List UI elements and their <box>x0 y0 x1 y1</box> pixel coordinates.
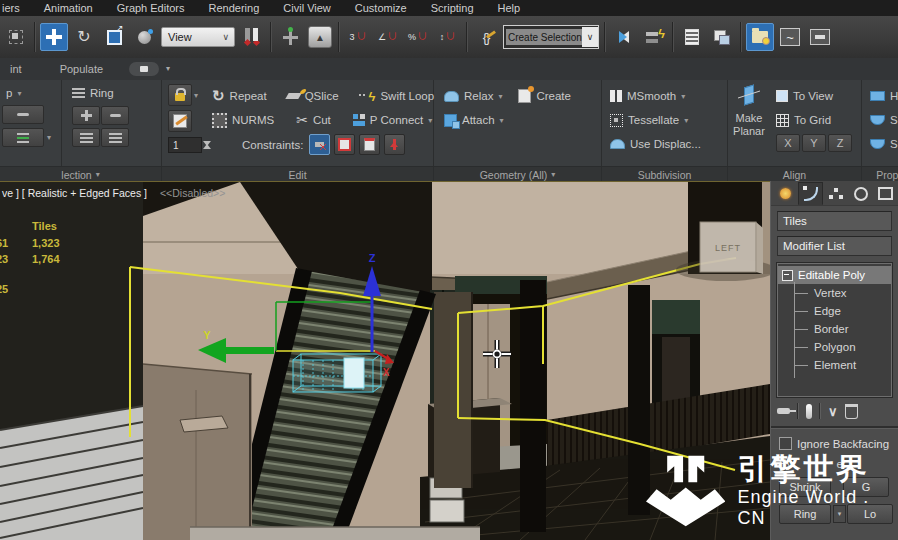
stack-item-vertex[interactable]: Vertex <box>790 284 891 302</box>
msmooth-button[interactable]: MSmooth <box>610 84 727 108</box>
align-to-view-button[interactable]: To View <box>776 84 861 108</box>
menu-item-help[interactable]: Help <box>486 2 533 14</box>
qslice-button[interactable]: QSlice <box>287 84 339 108</box>
percent-snap-button[interactable]: %∩ <box>404 23 432 51</box>
collapse-icon[interactable] <box>782 270 793 281</box>
constraint-face-button[interactable] <box>359 134 380 155</box>
stack-item-border[interactable]: Border <box>790 320 891 338</box>
ring-button[interactable]: Ring <box>72 84 161 102</box>
constraint-normal-button[interactable] <box>384 134 405 155</box>
viewcube-face-label[interactable]: LEFT <box>715 243 741 253</box>
layer-list-button[interactable] <box>678 23 706 51</box>
grow-loop-button[interactable] <box>2 128 44 147</box>
tab-modify[interactable] <box>798 182 823 205</box>
ribbon-tab-populate[interactable]: Populate <box>50 63 113 75</box>
menu-item-civil-view[interactable]: Civil View <box>271 2 342 14</box>
smooth-30-button[interactable]: Sm <box>870 132 898 156</box>
menu-item-graph-editors[interactable]: Graph Editors <box>105 2 197 14</box>
viewport-shading-label[interactable]: ve ] [ Realistic + Edged Faces ] <box>2 187 147 199</box>
attach-button[interactable]: Attach <box>444 108 601 132</box>
create-button[interactable]: Create <box>518 84 571 108</box>
select-and-rotate-button[interactable]: ↻ <box>70 23 98 51</box>
smooth-edges-button[interactable]: Sm <box>870 108 898 132</box>
edit-section-label[interactable]: Edit <box>162 167 434 182</box>
menu-item-rendering[interactable]: Rendering <box>197 2 272 14</box>
make-unique-icon[interactable]: ∨ <box>828 404 838 419</box>
stack-item-polygon[interactable]: Polygon <box>790 338 891 356</box>
pivot-point-button[interactable] <box>238 23 266 51</box>
gizmo-y-axis[interactable] <box>222 347 274 354</box>
ignore-backfacing-row[interactable]: Ignore Backfacing <box>779 437 898 450</box>
viewport-label[interactable]: ve ] [ Realistic + Edged Faces ] <<Disab… <box>2 187 225 199</box>
select-object-button[interactable] <box>2 23 30 51</box>
align-button[interactable] <box>640 23 668 51</box>
menu-item-animation[interactable]: Animation <box>32 2 105 14</box>
stack-item-edge[interactable]: Edge <box>790 302 891 320</box>
mirror-button[interactable] <box>610 23 638 51</box>
ring-mode-button[interactable] <box>101 128 129 147</box>
subdivision-section-label[interactable]: Subdivision <box>602 167 728 182</box>
select-and-manipulate-button[interactable] <box>130 23 158 51</box>
grow-selection-button[interactable] <box>72 106 100 125</box>
angle-snap-button[interactable]: ∠∩ <box>374 23 402 51</box>
make-planar-button[interactable]: Make Planar <box>728 84 770 166</box>
reference-coordinate-dropdown[interactable]: View <box>161 27 235 47</box>
align-section-label[interactable]: Align <box>728 167 862 182</box>
tab-create[interactable] <box>773 182 798 205</box>
loop-button[interactable]: p <box>2 84 61 102</box>
shrink-loop-button[interactable] <box>2 105 44 124</box>
ribbon-display-flyout[interactable] <box>129 62 159 76</box>
menu-item-customize[interactable]: Customize <box>343 2 419 14</box>
loop-mode-button[interactable] <box>72 128 100 147</box>
repeat-button[interactable]: ↻Repeat <box>212 84 267 108</box>
relax-button[interactable]: Relax <box>444 84 502 108</box>
use-displacement-button[interactable]: Use Displac... <box>610 132 727 156</box>
properties-section-label[interactable]: Proper <box>862 167 898 182</box>
object-name-field[interactable]: Tiles <box>777 211 892 231</box>
remove-modifier-icon[interactable] <box>845 404 858 419</box>
show-end-result-icon[interactable] <box>806 404 812 419</box>
geometry-section-label[interactable]: Geometry (All) <box>434 167 602 182</box>
modifier-list-dropdown[interactable]: Modifier List <box>777 236 892 256</box>
tab-hierarchy[interactable] <box>823 182 848 205</box>
scene-explorer-button[interactable] <box>746 23 774 51</box>
chevron-down-icon[interactable]: ∨ <box>582 27 598 47</box>
pivot-surface-button[interactable]: ▲ <box>306 23 334 51</box>
p-connect-button[interactable]: P Connect <box>353 108 433 132</box>
align-y-button[interactable]: Y <box>802 134 826 152</box>
named-selection-set-field[interactable]: Create Selection Se ∨ <box>503 25 599 49</box>
modifier-stack[interactable]: Editable Poly Vertex Edge Border Polygon… <box>777 263 892 397</box>
chevron-down-icon[interactable]: ▾ <box>47 133 51 142</box>
select-and-scale-button[interactable] <box>100 23 128 51</box>
spinner-snap-button[interactable]: ↕∩ <box>434 23 462 51</box>
stack-item-element[interactable]: Element <box>790 356 891 374</box>
constraint-none-button[interactable] <box>309 134 330 155</box>
ribbon-tab-object-paint[interactable]: int <box>0 63 32 75</box>
manage-layers-button[interactable] <box>708 23 736 51</box>
align-to-grid-button[interactable]: To Grid <box>776 108 861 132</box>
curve-editor-button[interactable]: ~ <box>776 23 804 51</box>
select-and-place-button[interactable] <box>276 23 304 51</box>
nurms-button[interactable]: NURMS <box>212 108 274 132</box>
paint-options-button[interactable] <box>168 110 192 132</box>
constraint-edge-button[interactable] <box>334 134 355 155</box>
ignore-backfacing-checkbox[interactable] <box>779 437 792 450</box>
keyboard-override-button[interactable]: {} <box>472 23 500 51</box>
tab-display[interactable] <box>873 182 898 205</box>
lock-selection-button[interactable] <box>168 84 192 106</box>
menu-item-modifiers[interactable]: iers <box>0 2 32 14</box>
align-z-button[interactable]: Z <box>828 134 852 152</box>
align-x-button[interactable]: X <box>776 134 800 152</box>
hard-edges-button[interactable]: Har <box>870 84 898 108</box>
pin-stack-icon[interactable] <box>777 408 790 414</box>
shrink-selection-button[interactable] <box>101 106 129 125</box>
snap-toggle-button[interactable]: 3∩ <box>344 23 372 51</box>
iterations-spinner[interactable]: 1 <box>168 137 202 153</box>
chevron-down-icon[interactable]: ▾ <box>194 91 198 100</box>
menu-item-scripting[interactable]: Scripting <box>419 2 486 14</box>
select-and-move-button[interactable] <box>40 23 68 51</box>
tab-motion[interactable] <box>848 182 873 205</box>
swift-loop-button[interactable]: ϟSwift Loop <box>359 84 435 108</box>
selection-section-label[interactable]: lection <box>0 167 162 182</box>
cut-button[interactable]: ✂Cut <box>296 108 331 132</box>
